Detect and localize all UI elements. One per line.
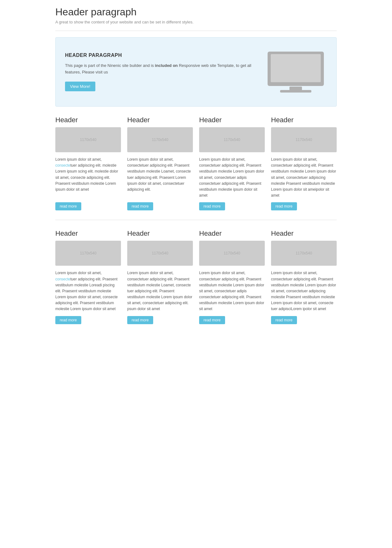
monitor-icon (264, 48, 327, 95)
hero-content: HEADER PARAGRAPH This page is part of th… (65, 53, 252, 92)
read-more-button[interactable]: read more (271, 316, 297, 324)
card-item: Header1170x540Lorem ipsum dolor sit amet… (127, 116, 193, 210)
read-more-button[interactable]: read more (127, 316, 153, 324)
read-more-button[interactable]: read more (55, 316, 81, 324)
card-header: Header (271, 116, 337, 124)
card-body-link[interactable]: consecte (55, 163, 70, 168)
read-more-button[interactable]: read more (199, 202, 225, 210)
card-grid-row2: Header1170x540Lorem ipsum dolor sit amet… (55, 229, 337, 324)
card-header: Header (127, 229, 193, 238)
section-divider (55, 220, 337, 220)
view-more-button[interactable]: View More! (65, 82, 95, 91)
page-title: Header paragraph (55, 6, 337, 18)
card-image-placeholder: 1170x540 (127, 127, 193, 152)
card-body: Lorem ipsum dolor sit amet, consectetuer… (127, 157, 193, 199)
svg-rect-1 (271, 54, 321, 82)
card-header: Header (55, 229, 121, 238)
card-item: Header1170x540Lorem ipsum dolor sit amet… (55, 116, 121, 210)
page-subtitle: A great to show the content of your webs… (55, 20, 337, 24)
card-body: Lorem ipsum dolor sit amet, consectetuer… (55, 157, 121, 199)
card-image-placeholder: 1170x540 (127, 241, 193, 266)
card-header: Header (199, 229, 265, 238)
card-image-placeholder: 1170x540 (55, 241, 121, 266)
card-header: Header (199, 116, 265, 124)
card-image-placeholder: 1170x540 (271, 241, 337, 266)
read-more-button[interactable]: read more (127, 202, 153, 210)
card-item: Header1170x540Lorem ipsum dolor sit amet… (271, 229, 337, 324)
card-body: Lorem ipsum dolor sit amet, consectetuer… (271, 157, 337, 199)
read-more-button[interactable]: read more (55, 202, 81, 210)
card-item: Header1170x540Lorem ipsum dolor sit amet… (199, 229, 265, 324)
hero-image (261, 47, 330, 97)
card-header: Header (127, 116, 193, 124)
card-body: Lorem ipsum dolor sit amet, consectetuer… (199, 157, 265, 199)
card-image-placeholder: 1170x540 (199, 241, 265, 266)
hero-text: This page is part of the Ninenic site bu… (65, 63, 252, 76)
svg-rect-2 (289, 87, 302, 90)
hero-banner: HEADER PARAGRAPH This page is part of th… (55, 37, 337, 107)
svg-rect-3 (280, 90, 311, 93)
card-image-placeholder: 1170x540 (199, 127, 265, 152)
card-body-link[interactable]: consecte (55, 277, 70, 281)
read-more-button[interactable]: read more (199, 316, 225, 324)
card-item: Header1170x540Lorem ipsum dolor sit amet… (271, 116, 337, 210)
card-item: Header1170x540Lorem ipsum dolor sit amet… (55, 229, 121, 324)
card-header: Header (271, 229, 337, 238)
card-item: Header1170x540Lorem ipsum dolor sit amet… (199, 116, 265, 210)
card-header: Header (55, 116, 121, 124)
card-item: Header1170x540Lorem ipsum dolor sit amet… (127, 229, 193, 324)
card-body: Lorem ipsum dolor sit amet, consectetuer… (199, 270, 265, 312)
card-body: Lorem ipsum dolor sit amet, consectetuer… (127, 270, 193, 312)
hero-title: HEADER PARAGRAPH (65, 53, 252, 58)
card-image-placeholder: 1170x540 (271, 127, 337, 152)
divider-1 (55, 31, 337, 31)
card-body: Lorem ipsum dolor sit amet, consectetuer… (271, 270, 337, 312)
card-body: Lorem ipsum dolor sit amet, consectetuer… (55, 270, 121, 312)
card-grid-row1: Header1170x540Lorem ipsum dolor sit amet… (55, 116, 337, 210)
read-more-button[interactable]: read more (271, 202, 297, 210)
card-image-placeholder: 1170x540 (55, 127, 121, 152)
